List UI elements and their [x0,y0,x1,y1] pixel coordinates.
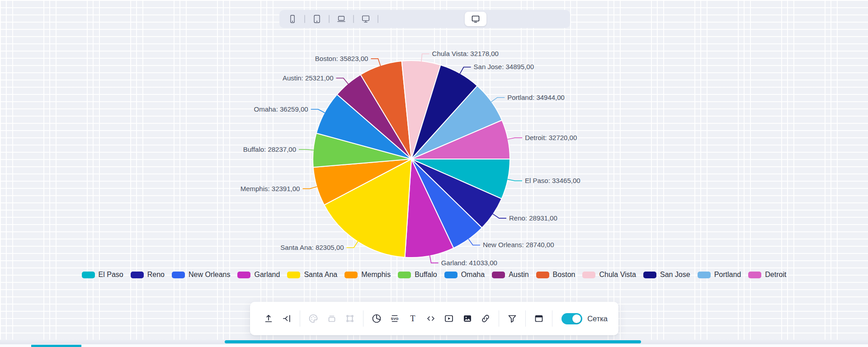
filter-button[interactable] [505,309,520,328]
device-tablet-button[interactable] [311,13,323,25]
upload-button[interactable] [261,309,276,328]
pie-label: Reno: 28931,00 [509,214,557,222]
text-icon: T [407,313,418,324]
legend-label: Garland [254,271,280,279]
transform-button[interactable] [342,309,358,328]
pie-label-line [371,59,380,66]
horizontal-scrollbar-thumb[interactable] [225,340,641,343]
bottom-left-accent-bar [31,345,81,347]
pie-label-line [347,241,358,248]
svg-icon: SVG [389,313,400,324]
legend-swatch [582,272,595,278]
legend-item-san-jose[interactable]: San Jose [643,271,690,279]
separator [300,310,300,327]
pie-label: Portland: 34944,00 [507,94,565,101]
legend-swatch [82,272,95,278]
grid-toggle[interactable] [561,313,582,324]
legend-swatch [287,272,300,278]
device-toolbar [279,10,570,28]
pie-label: El Paso: 33465,00 [525,177,580,184]
window-button[interactable] [531,309,547,328]
legend-item-austin[interactable]: Austin [492,271,528,279]
legend-item-chula-vista[interactable]: Chula Vista [582,271,636,279]
separator [363,310,363,327]
legend-label: Memphis [361,271,391,279]
legend-swatch [748,272,761,278]
pie-label-line [421,54,429,61]
pie-label: Santa Ana: 82305,00 [280,244,344,251]
legend-label: Reno [147,271,165,279]
device-smartphone-button[interactable] [287,13,298,25]
separator [377,15,378,23]
toggle-knob [572,314,581,323]
pie-label: San Jose: 34895,00 [474,63,534,70]
palette-button[interactable] [306,309,321,328]
legend-item-santa-ana[interactable]: Santa Ana [287,271,337,279]
legend-item-omaha[interactable]: Omaha [444,271,485,279]
legend-item-portland[interactable]: Portland [698,271,741,279]
legend-label: Buffalo [415,271,437,279]
device-laptop-button[interactable] [335,13,347,25]
collapse-left-icon [281,313,292,324]
smartphone-icon [288,14,297,24]
legend-label: Chula Vista [599,271,636,279]
video-icon [443,313,454,324]
legend-item-boston[interactable]: Boston [536,271,576,279]
pie-label: New Orleans: 28740,00 [483,241,554,249]
device-desktop-active-button[interactable] [465,12,486,26]
code-button[interactable] [423,309,439,328]
separator [499,310,499,327]
pie-label-line [302,187,317,189]
svg-button[interactable]: SVG [387,309,402,328]
video-button[interactable] [441,309,457,328]
legend-swatch [237,272,250,278]
legend-label: Boston [553,271,576,279]
collapse-left-button[interactable] [279,309,294,328]
link-button[interactable] [478,309,493,328]
legend-label: Portland [714,271,741,279]
pie-label-line [336,78,349,84]
legend-item-buffalo[interactable]: Buffalo [398,271,437,279]
grid-toggle-group: Сетка [561,313,608,324]
text-button[interactable]: T [405,309,420,328]
legend-item-reno[interactable]: Reno [131,271,165,279]
pie-label-line [491,98,505,102]
legend-item-memphis[interactable]: Memphis [344,271,391,279]
pie-label: Detroit: 32720,00 [525,134,577,141]
legend-swatch [344,272,358,278]
legend-swatch [444,272,458,278]
app-canvas: El Paso: 33465,00Reno: 28931,00New Orlea… [0,0,868,347]
pie-label-line [468,239,480,245]
image-button[interactable] [460,309,475,328]
legend-swatch [131,272,144,278]
separator [353,15,354,23]
pie-label: Buffalo: 28237,00 [243,145,296,153]
legend-label: Omaha [461,271,485,279]
pie-label: Austin: 25321,00 [283,74,334,82]
desktop-active-icon [470,14,481,24]
legend-item-new-orleans[interactable]: New Orleans [172,271,230,279]
pie-label-line [311,109,325,113]
bottom-strip [0,344,868,347]
legend-swatch [398,272,411,278]
archive-button[interactable] [324,309,339,328]
device-desktop-button[interactable] [360,13,372,25]
pie-chart-button[interactable] [369,309,384,328]
svg-text:T: T [410,314,415,323]
legend-label: Santa Ana [304,271,337,279]
legend-item-el-paso[interactable]: El Paso [82,271,123,279]
tablet-icon [312,14,322,24]
legend-item-garland[interactable]: Garland [237,271,280,279]
pie-label-line [299,150,314,150]
legend-label: San Jose [660,271,690,279]
legend-item-detroit[interactable]: Detroit [748,271,786,279]
separator [525,310,526,327]
pie-label: Boston: 35823,00 [315,55,368,62]
chart-legend: El PasoRenoNew OrleansGarlandSanta AnaMe… [0,271,868,279]
pie-label-line [508,138,523,139]
pie-label: Omaha: 36259,00 [254,105,308,113]
pie-label-line [460,67,471,74]
legend-swatch [643,272,656,278]
legend-swatch [172,272,185,278]
laptop-icon [336,14,346,24]
